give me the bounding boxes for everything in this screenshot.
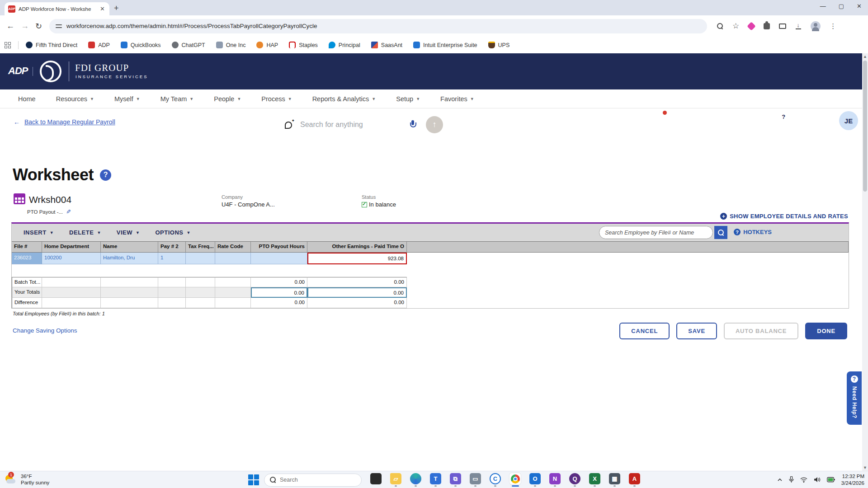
col-tax-freq[interactable]: Tax Freq... [186,242,215,253]
nav-reports-analytics[interactable]: Reports & Analytics▼ [312,95,376,103]
col-pay2[interactable]: Pay # 2 [158,242,186,253]
col-name[interactable]: Name [101,242,158,253]
speaker-icon[interactable] [814,477,821,483]
excel-icon[interactable]: X [589,473,601,487]
reload-icon[interactable]: ↻ [35,21,42,31]
taskbar-search-input[interactable] [280,477,348,483]
menu-calendar[interactable]: Calendar [688,112,709,130]
hotkeys-button[interactable]: ?HOTKEYS [734,229,772,235]
bookmark-star-icon[interactable]: ☆ [732,21,739,31]
wifi-icon[interactable] [800,477,807,483]
menu-learn[interactable]: Learn [721,112,734,130]
nav-process[interactable]: Process▼ [261,95,292,103]
view-button[interactable]: VIEW▼ [111,226,146,239]
bookmark-principal[interactable]: Principal [329,42,360,48]
bookmark-ups[interactable]: UPS [488,42,510,48]
scroll-up-icon[interactable]: ▲ [863,54,867,59]
battery-icon[interactable] [827,477,835,483]
delete-button[interactable]: DELETE▼ [64,226,107,239]
save-button[interactable]: SAVE [676,323,717,339]
table-row[interactable]: 236023 100200 Hamilton, Dru 1 923.08 [12,253,849,264]
cancel-button[interactable]: CANCEL [619,323,670,339]
tab-close-icon[interactable]: ✕ [99,5,106,12]
cell-tax-freq[interactable] [186,253,215,264]
weather-widget[interactable]: 1 36°F Partly sunny [5,473,49,486]
col-file[interactable]: File # [12,242,42,253]
downloads-icon[interactable] [795,23,802,29]
insert-button[interactable]: INSERT▼ [18,226,59,239]
need-help-tab[interactable]: ? Need Help? [847,371,862,425]
bookmark-chatgpt[interactable]: ChatGPT [172,42,205,48]
minimize-icon[interactable]: — [820,3,826,9]
address-bar[interactable]: workforcenow.adp.com/theme/admin.html#/P… [49,19,707,33]
bookmark-one-inc[interactable]: One Inc [216,42,246,48]
cell-file[interactable]: 236023 [12,253,42,264]
maximize-icon[interactable]: ▢ [839,3,844,9]
employee-search[interactable] [599,226,713,239]
menu-bridge[interactable]: Bridge [747,112,762,130]
employee-search-input[interactable] [605,230,707,236]
nav-people[interactable]: People▼ [214,95,241,103]
search-submit-button[interactable]: ↑ [426,116,443,133]
remote-desktop-icon[interactable]: ▭ [469,473,481,487]
bookmark-intuit[interactable]: Intuit Enterprise Suite [413,42,477,48]
col-home-department[interactable]: Home Department [42,242,101,253]
your-total-other[interactable]: 0.00 [307,287,407,298]
change-saving-options-link[interactable]: Change Saving Options [13,327,77,334]
cell-pto-hours[interactable] [251,253,307,264]
acrobat-icon[interactable]: A [628,473,641,487]
user-avatar[interactable]: JE [839,111,858,130]
done-button[interactable]: DONE [805,323,847,339]
new-tab-button[interactable]: + [114,4,119,13]
clock[interactable]: 12:32 PM 3/24/2026 [841,473,864,487]
calculator-icon[interactable]: ▦ [609,473,621,487]
menu-kebab-icon[interactable]: ⋮ [830,22,836,30]
bookmark-adp[interactable]: ADP [88,42,110,48]
profile-icon[interactable] [811,21,821,31]
back-to-payroll-link[interactable]: ← Back to Manage Regular Payroll [14,118,115,126]
file-explorer-icon[interactable]: ▱ [390,473,402,487]
global-search[interactable]: ↑ [276,113,446,136]
microphone-icon[interactable] [410,120,416,129]
outlook-icon[interactable]: O [529,473,541,487]
taskbar-search[interactable] [264,474,362,487]
your-total-pto[interactable]: 0.00 [251,287,307,298]
start-button[interactable] [248,474,259,486]
forward-icon[interactable]: → [21,21,29,31]
site-settings-icon[interactable] [56,23,62,29]
nav-resources[interactable]: Resources▼ [56,95,94,103]
edge-icon[interactable] [410,473,422,487]
nav-home[interactable]: Home [18,95,36,103]
side-panel-icon[interactable] [779,23,786,29]
zoom-icon[interactable] [717,23,723,29]
quickbooks-time-icon[interactable]: Q [569,473,581,487]
cell-other-earnings[interactable]: 923.08 [307,253,407,264]
task-view-icon[interactable] [370,473,382,487]
apps-grid-icon[interactable] [5,42,11,48]
col-pto-hours[interactable]: PTO Payout Hours [251,242,307,253]
menu-things-to-do[interactable]: Things to Do [646,112,676,130]
bookmark-staples[interactable]: Staples [289,42,318,48]
back-icon[interactable]: ← [6,21,14,31]
adp-logo[interactable]: ADP [8,65,28,77]
menu-support[interactable]: Support [774,112,792,130]
employee-search-button[interactable] [714,226,727,239]
cell-pay2[interactable]: 1 [158,253,186,264]
scrollbar-thumb[interactable] [863,61,867,192]
cell-rate-code[interactable] [215,253,251,264]
bookmark-fifth-third[interactable]: Fifth Third Direct [26,42,77,48]
extensions-icon[interactable] [764,23,770,29]
nav-setup[interactable]: Setup▼ [396,95,420,103]
edit-pencil-icon[interactable]: ✎ [66,208,71,215]
cell-name[interactable]: Hamilton, Dru [101,253,158,264]
hidden-icons-chevron[interactable] [777,478,783,482]
col-other-earnings[interactable]: Other Earnings - Paid Time O [307,242,407,253]
teams-icon[interactable]: T [429,473,442,487]
menu-marketplace[interactable]: Marketplace [804,112,833,130]
global-search-input[interactable] [300,121,403,129]
bookmark-quickbooks[interactable]: QuickBooks [121,42,161,48]
copilot-icon[interactable]: C [489,473,501,487]
browser-tab[interactable]: ADP ADP Workforce Now - Workshe ✕ [5,2,109,15]
menu-whats-new[interactable]: What's New [607,112,634,130]
cell-home-department[interactable]: 100200 [42,253,101,264]
